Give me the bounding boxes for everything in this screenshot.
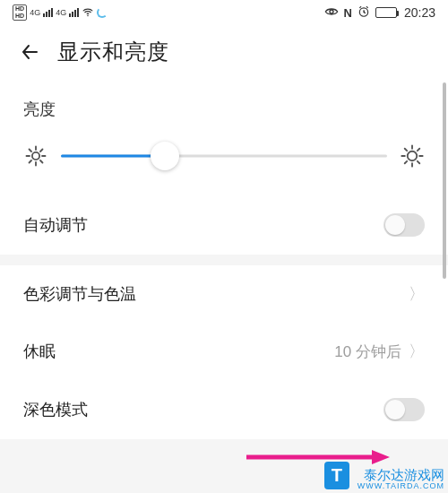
row-auto-adjust[interactable]: 自动调节 (0, 195, 448, 255)
arrow-left-icon (19, 41, 40, 63)
sun-bright-icon (400, 143, 425, 169)
svg-point-3 (32, 152, 39, 160)
wifi-icon (82, 6, 94, 19)
sleep-value: 10 分钟后 (334, 342, 401, 362)
eye-comfort-icon (324, 6, 339, 20)
brightness-label: 亮度 (23, 99, 425, 120)
signal-icon-2 (69, 8, 79, 17)
status-bar: HDHD 4G 4G N 20:23 (0, 0, 448, 25)
signal-icon-1 (43, 8, 53, 17)
watermark-text: 泰尔达游戏网 WWW.TAIRDA.COM (358, 468, 444, 491)
brightness-control (23, 138, 425, 186)
sun-dim-icon (23, 143, 48, 169)
row-color-temp[interactable]: 色彩调节与色温 〉 (0, 265, 448, 323)
color-temp-label: 色彩调节与色温 (23, 283, 136, 305)
settings-scroll[interactable]: 亮度 自动调节 (0, 82, 448, 492)
net-label-1: 4G (30, 8, 40, 17)
status-right: N 20:23 (324, 5, 435, 21)
chevron-right-icon: 〉 (409, 341, 425, 362)
watermark-logo: T (324, 462, 349, 489)
page-title: 显示和亮度 (57, 38, 169, 66)
brightness-section: 亮度 (0, 82, 448, 195)
svg-point-4 (408, 151, 418, 161)
slider-thumb[interactable] (151, 142, 179, 170)
watermark-url: WWW.TAIRDA.COM (358, 482, 444, 491)
sleep-label: 休眠 (23, 341, 56, 362)
status-left: HDHD 4G 4G (13, 4, 108, 21)
toggle-knob (385, 215, 405, 235)
svg-point-0 (87, 15, 89, 17)
alarm-icon (358, 5, 370, 21)
hd-badge: HDHD (13, 4, 27, 21)
brightness-slider[interactable] (61, 142, 387, 170)
chevron-right-icon: 〉 (409, 283, 425, 305)
battery-icon (375, 7, 397, 18)
auto-adjust-toggle[interactable] (383, 213, 425, 237)
row-sleep[interactable]: 休眠 10 分钟后 〉 (0, 323, 448, 380)
dark-mode-label: 深色模式 (23, 399, 88, 420)
toggle-knob (385, 400, 405, 419)
header: 显示和亮度 (0, 25, 448, 82)
clock-time: 20:23 (404, 5, 435, 20)
svg-point-1 (330, 10, 333, 13)
loading-spinner-icon (97, 7, 108, 18)
watermark-name: 泰尔达游戏网 (364, 467, 444, 482)
nfc-icon: N (344, 6, 352, 20)
back-button[interactable] (18, 40, 41, 64)
auto-adjust-label: 自动调节 (23, 214, 88, 236)
slider-fill (61, 155, 165, 158)
dark-mode-toggle[interactable] (383, 398, 425, 421)
net-label-2: 4G (56, 8, 66, 17)
row-dark-mode[interactable]: 深色模式 (0, 380, 448, 439)
display-options-group: 色彩调节与色温 〉 休眠 10 分钟后 〉 深色模式 (0, 265, 448, 439)
scrollbar-thumb[interactable] (443, 82, 446, 279)
